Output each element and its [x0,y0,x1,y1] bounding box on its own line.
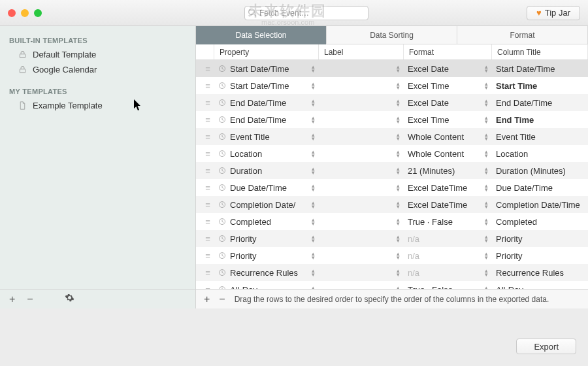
property-cell[interactable]: Priority▴▾ [214,247,319,264]
label-cell[interactable]: ▴▾ [319,111,404,128]
stepper-icon[interactable]: ▴▾ [312,82,315,90]
stepper-icon[interactable]: ▴▾ [312,167,315,175]
stepper-icon[interactable]: ▴▾ [397,116,400,124]
stepper-icon[interactable]: ▴▾ [485,286,488,289]
stepper-icon[interactable]: ▴▾ [485,150,488,158]
stepper-icon[interactable]: ▴▾ [397,133,400,141]
zoom-window-button[interactable] [34,9,42,17]
format-cell[interactable]: Whole Content▴▾ [404,128,492,145]
sidebar-item-builtin-0[interactable]: Default Template [0,47,195,62]
property-cell[interactable]: End Date/Time▴▾ [214,94,319,111]
drag-handle-icon[interactable]: ≡ [196,77,214,94]
stepper-icon[interactable]: ▴▾ [397,150,400,158]
property-cell[interactable]: All-Day▴▾ [214,281,319,289]
stepper-icon[interactable]: ▴▾ [397,252,400,259]
stepper-icon[interactable]: ▴▾ [397,82,400,90]
stepper-icon[interactable]: ▴▾ [397,99,400,107]
drag-handle-icon[interactable]: ≡ [196,213,214,230]
table-row[interactable]: ≡ All-Day▴▾ ▴▾ True · False▴▾ All-Day [196,281,588,289]
close-window-button[interactable] [8,9,16,17]
add-row-button[interactable]: + [204,293,210,305]
stepper-icon[interactable]: ▴▾ [397,286,400,289]
add-template-button[interactable]: + [9,293,15,305]
stepper-icon[interactable]: ▴▾ [312,99,315,107]
property-cell[interactable]: Due Date/Time▴▾ [214,179,319,196]
stepper-icon[interactable]: ▴▾ [485,218,488,225]
sidebar-item-my-0[interactable]: Example Template [0,98,195,113]
drag-handle-icon[interactable]: ≡ [196,281,214,289]
tipjar-button[interactable]: ♥ Tip Jar [527,6,580,20]
column-title-cell[interactable]: End Date/Time [492,94,588,111]
column-title-cell[interactable]: Start Date/Time [492,60,588,77]
drag-handle-icon[interactable]: ≡ [196,128,214,145]
table-row[interactable]: ≡ Event Title▴▾ ▴▾ Whole Content▴▾ Event… [196,128,588,145]
stepper-icon[interactable]: ▴▾ [397,201,400,208]
label-cell[interactable]: ▴▾ [319,179,404,196]
drag-handle-icon[interactable]: ≡ [196,264,214,281]
format-cell[interactable]: Excel Date▴▾ [404,60,492,77]
label-cell[interactable]: ▴▾ [319,281,404,289]
stepper-icon[interactable]: ▴▾ [312,269,315,276]
property-cell[interactable]: Event Title▴▾ [214,128,319,145]
stepper-icon[interactable]: ▴▾ [312,235,315,242]
format-cell[interactable]: Excel Time▴▾ [404,77,492,94]
settings-button[interactable] [65,293,74,305]
property-cell[interactable]: Completion Date/▴▾ [214,196,319,213]
column-title-cell[interactable]: Duration (Minutes) [492,162,588,179]
label-cell[interactable]: ▴▾ [319,230,404,247]
export-button[interactable]: Export [516,339,576,354]
property-cell[interactable]: End Date/Time▴▾ [214,111,319,128]
label-cell[interactable]: ▴▾ [319,128,404,145]
column-title-cell[interactable]: Location [492,145,588,162]
column-title-cell[interactable]: Completed [492,213,588,230]
table-row[interactable]: ≡ Start Date/Time▴▾ ▴▾ Excel Date▴▾ Star… [196,60,588,77]
property-cell[interactable]: Recurrence Rules▴▾ [214,264,319,281]
remove-template-button[interactable]: − [27,293,33,305]
format-cell[interactable]: 21 (Minutes)▴▾ [404,162,492,179]
format-cell[interactable]: Excel DateTime▴▾ [404,179,492,196]
stepper-icon[interactable]: ▴▾ [312,286,315,289]
stepper-icon[interactable]: ▴▾ [485,116,488,124]
stepper-icon[interactable]: ▴▾ [397,269,400,276]
property-cell[interactable]: Start Date/Time▴▾ [214,60,319,77]
stepper-icon[interactable]: ▴▾ [312,218,315,225]
column-title-cell[interactable]: Priority [492,230,588,247]
tab-data sorting[interactable]: Data Sorting [327,26,457,44]
format-cell[interactable]: Excel Time▴▾ [404,111,492,128]
stepper-icon[interactable]: ▴▾ [397,218,400,225]
column-title-cell[interactable]: Completion Date/Time [492,196,588,213]
table-row[interactable]: ≡ Duration▴▾ ▴▾ 21 (Minutes)▴▾ Duration … [196,162,588,179]
minimize-window-button[interactable] [21,9,29,17]
column-title-cell[interactable]: Start Time [492,77,588,94]
header-format[interactable]: Format [404,44,492,59]
drag-handle-icon[interactable]: ≡ [196,179,214,196]
label-cell[interactable]: ▴▾ [319,94,404,111]
property-cell[interactable]: Location▴▾ [214,145,319,162]
table-row[interactable]: ≡ End Date/Time▴▾ ▴▾ Excel Time▴▾ End Ti… [196,111,588,128]
header-label[interactable]: Label [319,44,404,59]
tab-format[interactable]: Format [457,26,588,44]
stepper-icon[interactable]: ▴▾ [485,133,488,141]
stepper-icon[interactable]: ▴▾ [312,184,315,191]
column-title-cell[interactable]: All-Day [492,281,588,289]
label-cell[interactable]: ▴▾ [319,77,404,94]
table-row[interactable]: ≡ Priority▴▾ ▴▾ n/a▴▾ Priority [196,247,588,264]
drag-handle-icon[interactable]: ≡ [196,94,214,111]
stepper-icon[interactable]: ▴▾ [312,116,315,124]
drag-handle-icon[interactable]: ≡ [196,60,214,77]
drag-handle-icon[interactable]: ≡ [196,111,214,128]
table-row[interactable]: ≡ Location▴▾ ▴▾ Whole Content▴▾ Location [196,145,588,162]
stepper-icon[interactable]: ▴▾ [312,65,315,73]
drag-handle-icon[interactable]: ≡ [196,162,214,179]
format-cell[interactable]: Whole Content▴▾ [404,145,492,162]
header-property[interactable]: Property [214,44,319,59]
table-row[interactable]: ≡ Completion Date/▴▾ ▴▾ Excel DateTime▴▾… [196,196,588,213]
format-cell[interactable]: n/a▴▾ [404,247,492,264]
drag-handle-icon[interactable]: ≡ [196,196,214,213]
column-title-cell[interactable]: Priority [492,247,588,264]
label-cell[interactable]: ▴▾ [319,145,404,162]
stepper-icon[interactable]: ▴▾ [485,99,488,107]
drag-handle-icon[interactable]: ≡ [196,230,214,247]
sidebar-item-builtin-1[interactable]: Google Calendar [0,62,195,77]
label-cell[interactable]: ▴▾ [319,196,404,213]
